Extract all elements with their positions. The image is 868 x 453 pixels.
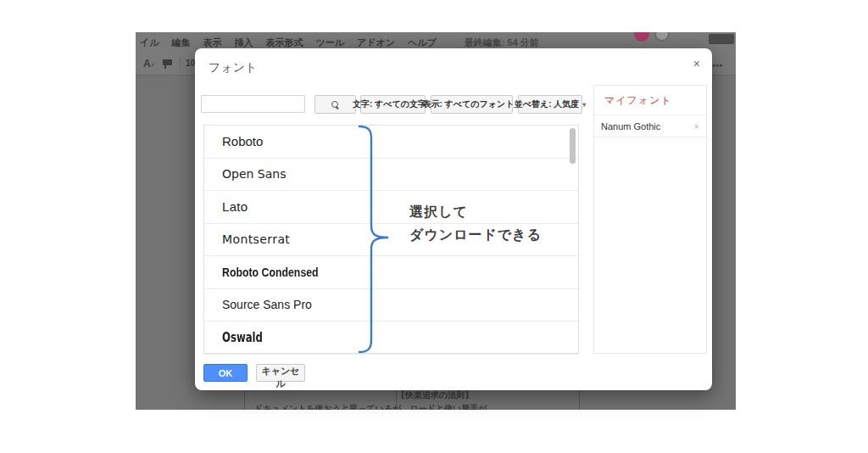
paint-format-icon[interactable] <box>163 59 172 65</box>
document-text-line: 【快楽追求の法則】 <box>397 389 473 401</box>
font-search-input[interactable] <box>201 95 305 113</box>
font-name: Oswald <box>222 330 263 345</box>
my-fonts-header: マイフォント <box>594 86 706 115</box>
menu-item-help[interactable]: ヘルプ <box>408 36 437 49</box>
my-fonts-panel: マイフォント Nanum Gothic × <box>593 85 707 354</box>
font-name: Lato <box>222 199 248 214</box>
menu-item-tools[interactable]: ツール <box>316 36 345 49</box>
filter-show-label: 表示: すべてのフォント <box>423 98 515 110</box>
close-icon[interactable]: × <box>693 57 700 70</box>
more-options-icon[interactable]: ⋯ <box>712 59 723 72</box>
filter-scripts-dropdown[interactable]: 文字: すべての文字 ▾ <box>360 95 426 114</box>
menu-item-addons[interactable]: アドオン <box>357 36 395 49</box>
annotation-line-2: ダウンロードできる <box>409 223 542 246</box>
annotation-brace <box>354 124 395 355</box>
my-font-name: Nanum Gothic <box>601 121 660 131</box>
last-edit-status[interactable]: 最終編集: 54 分前 <box>465 36 539 49</box>
filter-scripts-label: 文字: すべての文字 <box>353 98 426 110</box>
filter-sort-label: 並べ替え: 人気度 <box>515 98 580 110</box>
menu-item-format[interactable]: 表示形式 <box>266 36 303 49</box>
filter-sort-dropdown[interactable]: 並べ替え: 人気度 ▾ <box>518 95 582 114</box>
screenshot-canvas: イル 編集 表示 挿入 表示形式 ツール アドオン ヘルプ 最終編集: 54 分… <box>0 0 868 453</box>
menu-item-edit[interactable]: 編集 <box>172 36 191 49</box>
menu-item-file[interactable]: イル <box>140 36 159 49</box>
font-name: Roboto <box>222 134 263 148</box>
annotation-text: 選択して ダウンロードできる <box>409 200 542 246</box>
search-button[interactable] <box>314 95 356 114</box>
menu-item-insert[interactable]: 挿入 <box>235 36 253 49</box>
remove-font-icon[interactable]: × <box>694 121 699 131</box>
annotation-line-1: 選択して <box>409 200 542 223</box>
chevron-down-icon: ▾ <box>582 101 586 109</box>
font-name: Montserrat <box>222 232 290 246</box>
share-button[interactable] <box>709 34 734 44</box>
font-name: Roboto Condensed <box>222 266 319 279</box>
my-font-item[interactable]: Nanum Gothic × <box>594 115 706 137</box>
spellcheck-icon[interactable]: A✓ <box>143 58 156 70</box>
toolbar-divider <box>180 57 181 69</box>
font-dialog: フォント × 文字: すべての文字 ▾ 表示: すべてのフォント ▾ 並べ替え:… <box>195 48 712 390</box>
font-name: Source Sans Pro <box>222 298 312 311</box>
document-text-line: ドキュメントを使おうと思っているが、ロードと使い勝手が <box>254 403 487 410</box>
cancel-button[interactable]: キャンセル <box>256 364 305 382</box>
filter-show-dropdown[interactable]: 表示: すべてのフォント ▾ <box>431 95 513 114</box>
font-name: Open Sans <box>222 167 286 181</box>
ok-button[interactable]: OK <box>203 364 248 382</box>
search-icon <box>331 101 339 109</box>
menu-item-view[interactable]: 表示 <box>203 36 222 49</box>
scrollbar-thumb[interactable] <box>570 128 576 164</box>
dialog-title: フォント <box>209 60 257 76</box>
